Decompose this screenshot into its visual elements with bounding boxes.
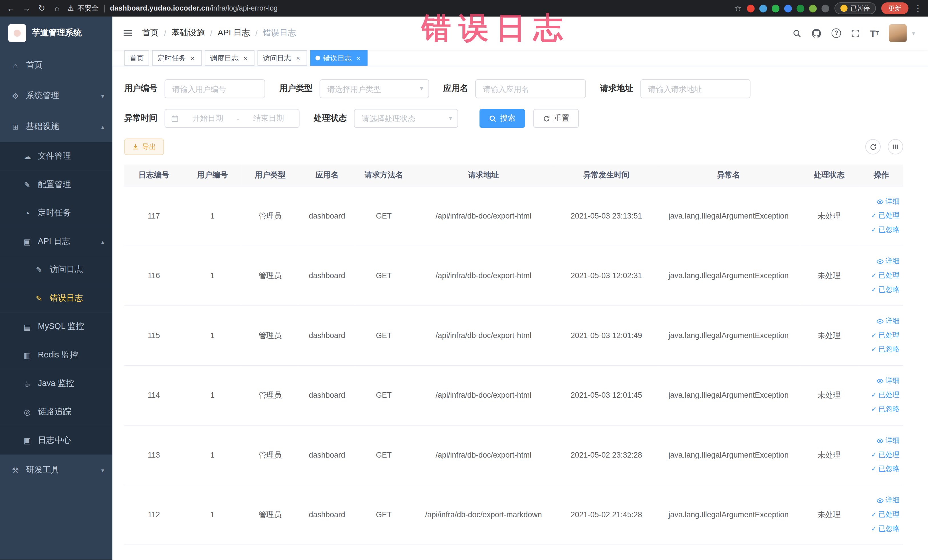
browser-reload-icon[interactable]: ↻ — [37, 3, 47, 13]
detail-link[interactable]: 详细 — [877, 197, 900, 206]
security-chip[interactable]: ⚠ 不安全 — [68, 3, 99, 13]
process-status-select[interactable] — [354, 109, 458, 128]
close-icon[interactable]: × — [355, 54, 362, 62]
sidebar-item-api-logs[interactable]: ▣ API 日志 ▴ — [0, 227, 112, 256]
column-settings-button[interactable] — [888, 139, 903, 155]
extension-icon[interactable] — [784, 5, 792, 12]
avatar-caret-icon[interactable]: ▾ — [912, 30, 915, 37]
mark-ignored-link[interactable]: ✓ 已忽略 — [871, 285, 899, 295]
breadcrumb-item[interactable]: 基础设施 — [171, 28, 205, 38]
mark-ignored-link[interactable]: ✓ 已忽略 — [871, 524, 899, 534]
close-icon[interactable]: × — [241, 54, 249, 62]
filter-process-status: 处理状态 ▾ — [314, 109, 458, 128]
avatar[interactable] — [889, 24, 907, 42]
extension-icon[interactable] — [797, 5, 804, 12]
extension-icon[interactable] — [747, 5, 754, 12]
sidebar-item-java-monitor[interactable]: ☕ Java 监控 — [0, 369, 112, 398]
mark-ignored-link[interactable]: ✓ 已忽略 — [871, 404, 899, 414]
paused-extension-badge[interactable]: 已暂停 — [835, 2, 876, 14]
cell-exception-time: 2021-05-02 21:45:28 — [554, 485, 658, 545]
mark-ignored-link[interactable]: ✓ 已忽略 — [871, 464, 899, 474]
mark-processed-link[interactable]: ✓ 已处理 — [871, 450, 899, 460]
logo-rabbit-image — [8, 24, 26, 42]
mark-processed-link[interactable]: ✓ 已处理 — [871, 330, 899, 340]
table-row: 117 1 管理员 dashboard GET /api/infra/db-do… — [124, 186, 903, 246]
mark-processed-link[interactable]: ✓ 已处理 — [871, 390, 899, 400]
extension-icons — [747, 5, 829, 12]
date-range-picker[interactable]: 开始日期 - 结束日期 — [165, 109, 299, 128]
search-button[interactable]: 搜索 — [479, 109, 525, 128]
app-name-input[interactable] — [475, 79, 586, 98]
sidebar-item-file-management[interactable]: ☁ 文件管理 — [0, 142, 112, 171]
address-bar[interactable]: dashboard.yudao.iocoder.cn/infra/log/api… — [110, 4, 278, 12]
breadcrumb-item[interactable]: API 日志 — [218, 28, 250, 38]
app-title: 芋道管理系统 — [32, 28, 82, 38]
sidebar-item-system-management[interactable]: ⚙ 系统管理 ▾ — [0, 81, 112, 111]
filter-label: 用户编号 — [124, 84, 157, 94]
tab-schedule-log[interactable]: 调度日志 × — [205, 50, 255, 66]
mark-processed-link[interactable]: ✓ 已处理 — [871, 211, 899, 221]
sidebar-item-log-center[interactable]: ▣ 日志中心 — [0, 426, 112, 455]
sidebar-item-home[interactable]: ⌂ 首页 — [0, 50, 112, 81]
table-body: 117 1 管理员 dashboard GET /api/infra/db-do… — [124, 186, 903, 544]
browser-menu-icon[interactable]: ⋮ — [914, 3, 922, 13]
detail-link[interactable]: 详细 — [877, 436, 900, 446]
browser-back-icon[interactable]: ← — [6, 3, 16, 13]
tab-access-log[interactable]: 访问日志 × — [257, 50, 307, 66]
request-url-input[interactable] — [640, 79, 751, 98]
tab-error-log[interactable]: 错误日志 × — [310, 50, 368, 66]
cell-user-id: 1 — [183, 186, 241, 246]
sidebar-item-infrastructure[interactable]: ⊞ 基础设施 ▴ — [0, 111, 112, 142]
detail-link[interactable]: 详细 — [877, 256, 900, 266]
breadcrumb: 首页 / 基础设施 / API 日志 / 错误日志 — [142, 28, 296, 38]
sidebar-item-scheduled-jobs[interactable]: ◔ 定时任务 — [0, 199, 112, 227]
fullscreen-icon[interactable] — [851, 29, 860, 38]
user-type-select[interactable] — [319, 79, 429, 98]
extension-icon[interactable] — [809, 5, 817, 12]
cell-app-name: dashboard — [299, 485, 355, 545]
mark-processed-link[interactable]: ✓ 已处理 — [871, 270, 899, 281]
close-icon[interactable]: × — [294, 54, 302, 62]
monitor-icon: ⊞ — [11, 122, 20, 131]
cell-exception-name: java.lang.IllegalArgumentException — [658, 485, 799, 545]
active-dot — [316, 56, 321, 61]
tab-scheduled-jobs[interactable]: 定时任务 × — [152, 50, 202, 66]
browser-forward-icon[interactable]: → — [21, 3, 31, 13]
sidebar-item-access-log[interactable]: ✎ 访问日志 — [0, 256, 112, 284]
breadcrumb-item[interactable]: 首页 — [142, 28, 159, 38]
mark-ignored-link[interactable]: ✓ 已忽略 — [871, 344, 899, 354]
cell-app-name: dashboard — [299, 365, 355, 425]
cell-actions: 详细 ✓ 已处理 ✓ 已忽略 — [859, 365, 903, 425]
mark-processed-link[interactable]: ✓ 已处理 — [871, 510, 899, 519]
detail-link[interactable]: 详细 — [877, 495, 900, 505]
detail-link[interactable]: 详细 — [877, 316, 900, 326]
extension-icon[interactable] — [821, 5, 829, 12]
hamburger-icon[interactable] — [123, 29, 133, 38]
reset-button[interactable]: 重置 — [533, 109, 579, 128]
sidebar-item-mysql-monitor[interactable]: ▤ MySQL 监控 — [0, 312, 112, 341]
refresh-button[interactable] — [865, 139, 881, 155]
browser-home-icon[interactable]: ⌂ — [52, 3, 62, 13]
chevron-down-icon: ▾ — [101, 467, 104, 473]
sidebar-item-dev-tools[interactable]: ⚒ 研发工具 ▾ — [0, 455, 112, 485]
help-icon[interactable]: ? — [832, 29, 841, 38]
filter-row-2: 异常时间 开始日期 - 结束日期 处理状态 — [124, 109, 916, 128]
export-button[interactable]: 导出 — [124, 138, 164, 155]
user-id-input[interactable] — [165, 79, 265, 98]
extension-icon[interactable] — [772, 5, 779, 12]
browser-update-button[interactable]: 更新 — [881, 2, 908, 14]
sidebar-item-config-management[interactable]: ✎ 配置管理 — [0, 170, 112, 199]
tab-home[interactable]: 首页 — [124, 50, 149, 66]
sidebar-item-redis-monitor[interactable]: ▥ Redis 监控 — [0, 341, 112, 369]
github-icon[interactable] — [812, 28, 821, 38]
close-icon[interactable]: × — [189, 54, 197, 62]
font-size-icon[interactable]: TT — [870, 29, 879, 38]
sidebar-item-trace[interactable]: ◎ 链路追踪 — [0, 398, 112, 426]
extension-icon[interactable] — [759, 5, 767, 12]
check-icon: ✓ — [871, 226, 876, 234]
mark-ignored-link[interactable]: ✓ 已忽略 — [871, 225, 899, 235]
bookmark-star-icon[interactable]: ☆ — [734, 3, 742, 13]
sidebar-item-error-log[interactable]: ✎ 错误日志 — [0, 284, 112, 313]
search-icon[interactable] — [793, 29, 801, 38]
detail-link[interactable]: 详细 — [877, 376, 900, 386]
